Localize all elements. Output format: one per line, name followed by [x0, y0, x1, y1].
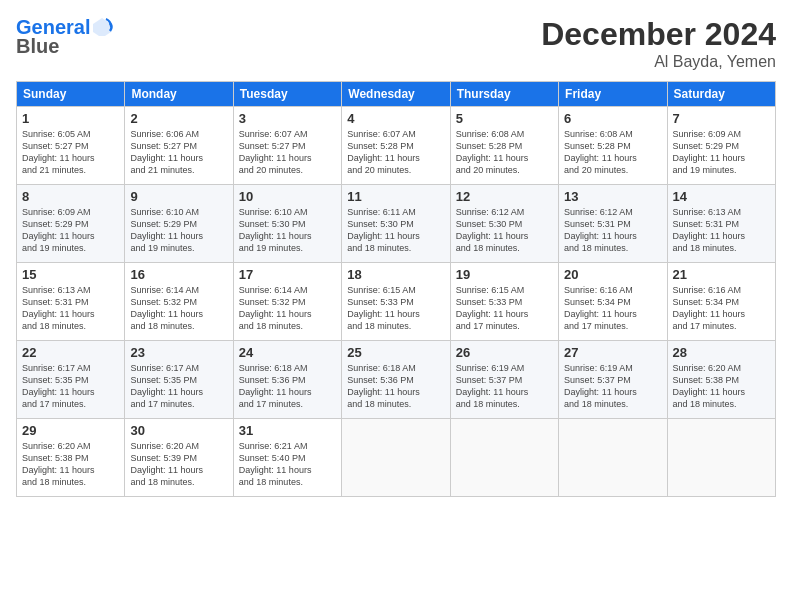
day-of-week-header: Wednesday [342, 82, 450, 107]
page-header: General Blue December 2024 Al Bayda, Yem… [16, 16, 776, 71]
day-number: 3 [239, 111, 336, 126]
day-info: Sunrise: 6:14 AM Sunset: 5:32 PM Dayligh… [239, 284, 336, 333]
title-block: December 2024 Al Bayda, Yemen [541, 16, 776, 71]
day-info: Sunrise: 6:11 AM Sunset: 5:30 PM Dayligh… [347, 206, 444, 255]
calendar-cell: 8Sunrise: 6:09 AM Sunset: 5:29 PM Daylig… [17, 185, 125, 263]
calendar-cell: 6Sunrise: 6:08 AM Sunset: 5:28 PM Daylig… [559, 107, 667, 185]
day-number: 4 [347, 111, 444, 126]
day-info: Sunrise: 6:12 AM Sunset: 5:31 PM Dayligh… [564, 206, 661, 255]
day-info: Sunrise: 6:08 AM Sunset: 5:28 PM Dayligh… [456, 128, 553, 177]
calendar-cell: 4Sunrise: 6:07 AM Sunset: 5:28 PM Daylig… [342, 107, 450, 185]
day-info: Sunrise: 6:15 AM Sunset: 5:33 PM Dayligh… [347, 284, 444, 333]
day-of-week-header: Thursday [450, 82, 558, 107]
calendar-cell: 17Sunrise: 6:14 AM Sunset: 5:32 PM Dayli… [233, 263, 341, 341]
day-number: 13 [564, 189, 661, 204]
day-number: 30 [130, 423, 227, 438]
calendar-cell: 31Sunrise: 6:21 AM Sunset: 5:40 PM Dayli… [233, 419, 341, 497]
day-number: 21 [673, 267, 770, 282]
day-info: Sunrise: 6:09 AM Sunset: 5:29 PM Dayligh… [673, 128, 770, 177]
day-number: 28 [673, 345, 770, 360]
calendar-cell: 28Sunrise: 6:20 AM Sunset: 5:38 PM Dayli… [667, 341, 775, 419]
day-of-week-header: Saturday [667, 82, 775, 107]
day-info: Sunrise: 6:10 AM Sunset: 5:30 PM Dayligh… [239, 206, 336, 255]
day-number: 18 [347, 267, 444, 282]
day-info: Sunrise: 6:08 AM Sunset: 5:28 PM Dayligh… [564, 128, 661, 177]
day-number: 2 [130, 111, 227, 126]
day-number: 26 [456, 345, 553, 360]
logo-icon [91, 16, 113, 38]
day-number: 11 [347, 189, 444, 204]
day-number: 6 [564, 111, 661, 126]
calendar-cell: 18Sunrise: 6:15 AM Sunset: 5:33 PM Dayli… [342, 263, 450, 341]
day-info: Sunrise: 6:20 AM Sunset: 5:38 PM Dayligh… [22, 440, 119, 489]
calendar-cell: 11Sunrise: 6:11 AM Sunset: 5:30 PM Dayli… [342, 185, 450, 263]
logo: General Blue [16, 16, 113, 58]
day-of-week-header: Sunday [17, 82, 125, 107]
calendar-cell: 23Sunrise: 6:17 AM Sunset: 5:35 PM Dayli… [125, 341, 233, 419]
calendar-cell: 13Sunrise: 6:12 AM Sunset: 5:31 PM Dayli… [559, 185, 667, 263]
day-number: 10 [239, 189, 336, 204]
day-info: Sunrise: 6:17 AM Sunset: 5:35 PM Dayligh… [130, 362, 227, 411]
day-number: 20 [564, 267, 661, 282]
day-info: Sunrise: 6:09 AM Sunset: 5:29 PM Dayligh… [22, 206, 119, 255]
calendar-cell [342, 419, 450, 497]
calendar-cell: 3Sunrise: 6:07 AM Sunset: 5:27 PM Daylig… [233, 107, 341, 185]
day-number: 16 [130, 267, 227, 282]
day-info: Sunrise: 6:06 AM Sunset: 5:27 PM Dayligh… [130, 128, 227, 177]
day-info: Sunrise: 6:17 AM Sunset: 5:35 PM Dayligh… [22, 362, 119, 411]
day-number: 23 [130, 345, 227, 360]
calendar-cell: 7Sunrise: 6:09 AM Sunset: 5:29 PM Daylig… [667, 107, 775, 185]
calendar-cell: 14Sunrise: 6:13 AM Sunset: 5:31 PM Dayli… [667, 185, 775, 263]
calendar-cell: 9Sunrise: 6:10 AM Sunset: 5:29 PM Daylig… [125, 185, 233, 263]
day-of-week-header: Tuesday [233, 82, 341, 107]
day-info: Sunrise: 6:14 AM Sunset: 5:32 PM Dayligh… [130, 284, 227, 333]
day-number: 14 [673, 189, 770, 204]
day-info: Sunrise: 6:10 AM Sunset: 5:29 PM Dayligh… [130, 206, 227, 255]
day-number: 22 [22, 345, 119, 360]
day-number: 24 [239, 345, 336, 360]
calendar-cell: 5Sunrise: 6:08 AM Sunset: 5:28 PM Daylig… [450, 107, 558, 185]
calendar-cell: 24Sunrise: 6:18 AM Sunset: 5:36 PM Dayli… [233, 341, 341, 419]
day-info: Sunrise: 6:05 AM Sunset: 5:27 PM Dayligh… [22, 128, 119, 177]
calendar-cell: 12Sunrise: 6:12 AM Sunset: 5:30 PM Dayli… [450, 185, 558, 263]
calendar-cell: 27Sunrise: 6:19 AM Sunset: 5:37 PM Dayli… [559, 341, 667, 419]
calendar-cell: 19Sunrise: 6:15 AM Sunset: 5:33 PM Dayli… [450, 263, 558, 341]
calendar-cell [559, 419, 667, 497]
day-info: Sunrise: 6:18 AM Sunset: 5:36 PM Dayligh… [347, 362, 444, 411]
calendar-cell: 16Sunrise: 6:14 AM Sunset: 5:32 PM Dayli… [125, 263, 233, 341]
day-number: 25 [347, 345, 444, 360]
day-number: 9 [130, 189, 227, 204]
location-title: Al Bayda, Yemen [541, 53, 776, 71]
day-number: 27 [564, 345, 661, 360]
day-info: Sunrise: 6:19 AM Sunset: 5:37 PM Dayligh… [456, 362, 553, 411]
calendar-cell: 30Sunrise: 6:20 AM Sunset: 5:39 PM Dayli… [125, 419, 233, 497]
day-number: 15 [22, 267, 119, 282]
calendar-cell: 20Sunrise: 6:16 AM Sunset: 5:34 PM Dayli… [559, 263, 667, 341]
day-number: 29 [22, 423, 119, 438]
day-info: Sunrise: 6:16 AM Sunset: 5:34 PM Dayligh… [564, 284, 661, 333]
calendar-cell: 2Sunrise: 6:06 AM Sunset: 5:27 PM Daylig… [125, 107, 233, 185]
calendar-cell: 26Sunrise: 6:19 AM Sunset: 5:37 PM Dayli… [450, 341, 558, 419]
day-info: Sunrise: 6:13 AM Sunset: 5:31 PM Dayligh… [22, 284, 119, 333]
day-number: 12 [456, 189, 553, 204]
calendar-cell: 15Sunrise: 6:13 AM Sunset: 5:31 PM Dayli… [17, 263, 125, 341]
calendar-cell: 25Sunrise: 6:18 AM Sunset: 5:36 PM Dayli… [342, 341, 450, 419]
day-info: Sunrise: 6:15 AM Sunset: 5:33 PM Dayligh… [456, 284, 553, 333]
calendar-cell: 29Sunrise: 6:20 AM Sunset: 5:38 PM Dayli… [17, 419, 125, 497]
day-number: 8 [22, 189, 119, 204]
calendar-cell [450, 419, 558, 497]
day-number: 1 [22, 111, 119, 126]
calendar-cell [667, 419, 775, 497]
day-info: Sunrise: 6:12 AM Sunset: 5:30 PM Dayligh… [456, 206, 553, 255]
day-info: Sunrise: 6:16 AM Sunset: 5:34 PM Dayligh… [673, 284, 770, 333]
day-info: Sunrise: 6:07 AM Sunset: 5:27 PM Dayligh… [239, 128, 336, 177]
day-number: 19 [456, 267, 553, 282]
day-info: Sunrise: 6:20 AM Sunset: 5:39 PM Dayligh… [130, 440, 227, 489]
day-of-week-header: Monday [125, 82, 233, 107]
day-info: Sunrise: 6:20 AM Sunset: 5:38 PM Dayligh… [673, 362, 770, 411]
month-title: December 2024 [541, 16, 776, 53]
day-info: Sunrise: 6:18 AM Sunset: 5:36 PM Dayligh… [239, 362, 336, 411]
calendar-cell: 22Sunrise: 6:17 AM Sunset: 5:35 PM Dayli… [17, 341, 125, 419]
day-info: Sunrise: 6:19 AM Sunset: 5:37 PM Dayligh… [564, 362, 661, 411]
day-number: 31 [239, 423, 336, 438]
